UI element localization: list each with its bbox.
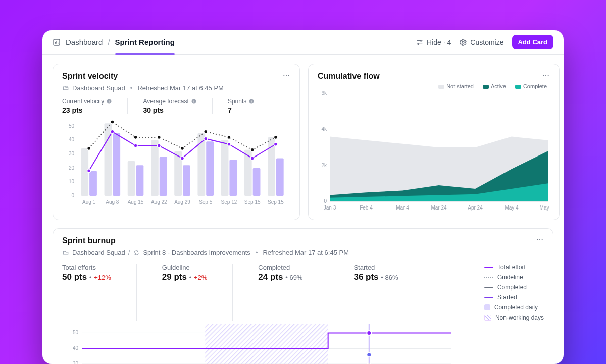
- svg-text:30: 30: [73, 361, 79, 364]
- stat-total-efforts: Total efforts 50 pts • +12%: [62, 264, 137, 321]
- svg-rect-20: [113, 133, 120, 196]
- svg-point-56: [181, 157, 184, 160]
- svg-text:Aug 22: Aug 22: [151, 199, 167, 205]
- card-menu-button[interactable]: [282, 71, 290, 81]
- svg-point-2: [418, 43, 419, 45]
- svg-text:0: 0: [324, 198, 327, 204]
- app-window: Dashboard / Sprint Reporting Hide · 4 Cu…: [42, 30, 564, 364]
- svg-point-3: [462, 41, 464, 43]
- svg-point-48: [204, 130, 208, 134]
- velocity-chart: 01020304050Aug 1Aug 8Aug 15Aug 22Aug 29S…: [62, 116, 290, 209]
- flow-legend: Not started Active Complete: [318, 83, 547, 89]
- add-card-button[interactable]: Add Card: [512, 35, 554, 49]
- svg-point-52: [87, 169, 91, 173]
- svg-point-77: [539, 239, 540, 240]
- svg-point-57: [204, 137, 208, 141]
- velocity-card: Sprint velocity Dashboard Squad Refreshe…: [53, 64, 300, 220]
- gear-icon: [459, 38, 467, 46]
- svg-text:Aug 29: Aug 29: [174, 199, 190, 205]
- squad-name: Dashboard Squad: [72, 249, 125, 256]
- burnup-legend: Total effort Guideline Completed Started…: [484, 264, 544, 321]
- svg-rect-23: [136, 166, 144, 196]
- svg-rect-17: [89, 171, 97, 196]
- hide-button[interactable]: Hide · 4: [416, 38, 451, 46]
- svg-text:40: 40: [69, 137, 75, 143]
- svg-text:Mar 4: Mar 4: [396, 205, 409, 211]
- svg-point-45: [134, 136, 137, 139]
- svg-text:Aug 15: Aug 15: [128, 199, 144, 205]
- card-title: Sprint burnup: [62, 236, 116, 245]
- svg-point-90: [367, 352, 371, 357]
- svg-point-61: [543, 75, 544, 76]
- svg-rect-41: [276, 159, 284, 196]
- svg-rect-29: [183, 166, 190, 196]
- svg-text:Mar 24: Mar 24: [431, 205, 447, 211]
- svg-text:Aug 1: Aug 1: [82, 199, 96, 205]
- svg-rect-40: [268, 137, 275, 196]
- customize-button[interactable]: Customize: [459, 38, 503, 46]
- svg-point-76: [537, 239, 538, 240]
- refreshed-label: Refreshed Mar 17 at 6:45 PM: [263, 249, 349, 256]
- svg-rect-38: [253, 168, 261, 196]
- svg-rect-32: [206, 142, 214, 196]
- svg-point-58: [227, 143, 231, 146]
- svg-point-53: [111, 130, 114, 134]
- card-title: Sprint velocity: [62, 72, 118, 81]
- burnup-chart: 304050ints: [62, 324, 544, 364]
- svg-point-51: [274, 136, 277, 139]
- svg-point-59: [250, 157, 254, 160]
- stat-guideline: Guideline 29 pts • +2%: [162, 264, 233, 321]
- svg-text:May 4: May 4: [504, 205, 519, 211]
- sprint-name: Sprint 8 - Dashboards Improvements: [143, 249, 250, 256]
- stat-current-velocity: Current velocity 23 pts: [62, 98, 128, 114]
- svg-text:30: 30: [69, 151, 75, 157]
- svg-point-89: [367, 331, 371, 335]
- svg-point-5: [286, 75, 287, 76]
- refreshed-label: Refreshed Mar 17 at 6:45 PM: [137, 84, 224, 92]
- more-icon: [536, 236, 544, 244]
- info-icon: [248, 98, 255, 105]
- svg-text:Sep 12: Sep 12: [221, 199, 237, 205]
- svg-point-63: [548, 75, 549, 76]
- svg-point-46: [157, 136, 161, 139]
- svg-rect-81: [205, 324, 328, 364]
- squad-name: Dashboard Squad: [72, 84, 125, 92]
- svg-point-55: [157, 144, 161, 147]
- breadcrumb: Dashboard / Sprint Reporting: [53, 38, 175, 46]
- svg-text:Feb 4: Feb 4: [360, 205, 373, 211]
- breadcrumb-current[interactable]: Sprint Reporting: [115, 38, 175, 54]
- info-icon: [106, 98, 112, 105]
- svg-rect-35: [229, 160, 237, 196]
- flow-chart: 02k4k6kJan 3Feb 4Mar 4Mar 24Apr 24May 4M…: [318, 91, 550, 215]
- svg-point-4: [283, 75, 284, 76]
- svg-point-47: [181, 147, 184, 150]
- card-menu-button[interactable]: [542, 71, 550, 81]
- svg-text:Aug 8: Aug 8: [106, 199, 119, 205]
- stat-sprints: Sprints 7: [228, 98, 270, 114]
- hide-label: Hide · 4: [427, 38, 451, 46]
- svg-point-62: [545, 75, 546, 76]
- svg-text:Sep 5: Sep 5: [199, 199, 213, 205]
- svg-rect-34: [221, 140, 229, 196]
- info-icon: [191, 98, 197, 105]
- svg-rect-25: [151, 140, 159, 196]
- svg-text:10: 10: [69, 179, 75, 185]
- svg-text:40: 40: [73, 346, 79, 351]
- svg-text:50: 50: [69, 123, 75, 129]
- topbar: Dashboard / Sprint Reporting Hide · 4 Cu…: [42, 30, 564, 55]
- breadcrumb-root[interactable]: Dashboard: [66, 38, 103, 46]
- burnup-card: Sprint burnup Dashboard Squad / Sprint 8…: [53, 228, 553, 364]
- svg-point-78: [542, 239, 543, 240]
- svg-text:Sep 15: Sep 15: [244, 199, 261, 205]
- flow-card: Cumulative flow Not started Active Compl…: [308, 64, 560, 220]
- squad-icon: [62, 249, 69, 256]
- svg-rect-22: [128, 161, 135, 196]
- customize-label: Customize: [470, 38, 503, 46]
- card-menu-button[interactable]: [536, 236, 544, 246]
- card-title: Cumulative flow: [318, 72, 380, 81]
- content: Sprint velocity Dashboard Squad Refreshe…: [42, 55, 564, 364]
- sliders-icon: [416, 38, 424, 46]
- stat-started: Started 36 pts • 86%: [354, 264, 424, 321]
- svg-point-43: [87, 147, 91, 150]
- svg-point-54: [134, 144, 137, 147]
